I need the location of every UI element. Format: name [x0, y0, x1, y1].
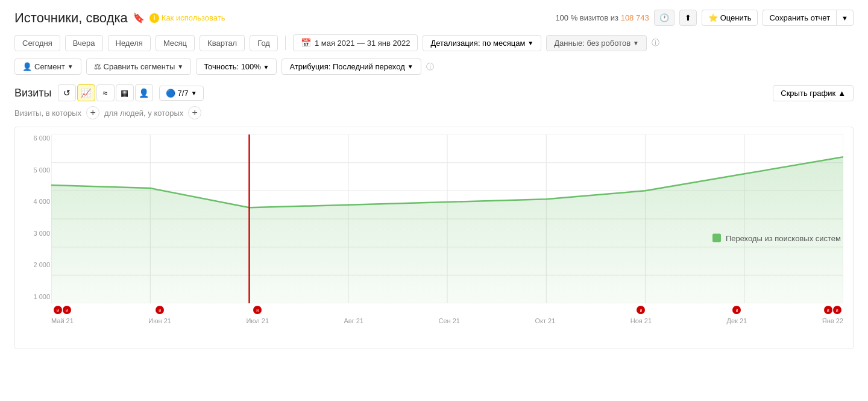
y-label-3000: 3 000 [21, 230, 50, 237]
chevron-down-icon: ▼ [527, 40, 533, 46]
x-label-may-text: Май 21 [51, 317, 74, 324]
x-label-jul-text: Июл 21 [246, 317, 269, 324]
y-label-5000: 5 000 [21, 166, 50, 174]
data-type-label: Данные: без роботов [554, 39, 631, 48]
metrics-label: 7/7 [178, 89, 189, 98]
event-marker-may1: и [54, 306, 62, 314]
x-label-aug: Авг 21 [344, 306, 363, 324]
x-label-dec-text: Дек 21 [727, 317, 747, 324]
x-label-oct: Окт 21 [535, 306, 555, 324]
event-marker-dec: и [732, 306, 741, 314]
save-dropdown-btn[interactable]: ▼ [836, 10, 854, 26]
for-people-label: для людей, у которых [104, 109, 183, 118]
refresh-chart-btn[interactable]: ↺ [58, 84, 76, 101]
chart-container: 6 000 5 000 4 000 3 000 2 000 1 000 [14, 127, 854, 349]
event-marker-jul: и [253, 306, 262, 314]
y-label-4000: 4 000 [21, 198, 50, 205]
visits-count-link[interactable]: 108 743 [621, 13, 649, 22]
y-label-1000: 1 000 [21, 293, 50, 300]
legend-color-box [712, 234, 721, 242]
week-btn[interactable]: Неделя [108, 35, 151, 51]
x-label-nov-text: Ноя 21 [631, 317, 652, 324]
x-label-may: и и Май 21 [51, 306, 74, 324]
segment-icon: 👤 [22, 62, 32, 71]
visits-section: Визиты ↺ 📈 ≈ ▦ 👤 🔵 7/7 ▼ Скрыть график ▲ [14, 84, 854, 349]
event-marker-jun: и [156, 306, 164, 314]
metrics-btn[interactable]: 🔵 7/7 ▼ [159, 86, 204, 101]
chevron-down-icon-3: ▼ [68, 63, 74, 70]
data-info-icon[interactable]: ⓘ [652, 37, 659, 48]
accuracy-label: Точность: 100% [204, 62, 261, 71]
bar-chart-btn[interactable]: ▦ [116, 84, 134, 101]
event-marker-jan2: и [833, 306, 841, 314]
year-btn[interactable]: Год [250, 35, 278, 51]
export-icon-btn[interactable]: ⬆ [679, 10, 697, 26]
hide-chart-btn[interactable]: Скрыть график ▲ [773, 85, 854, 101]
rate-label: Оценить [720, 13, 752, 22]
x-label-jan-text: Янв 22 [822, 317, 843, 324]
person-chart-btn[interactable]: 👤 [135, 84, 153, 101]
legend-label: Переходы из поисковых систем [726, 233, 841, 242]
data-type-btn[interactable]: Данные: без роботов ▼ [546, 35, 647, 51]
add-condition-btn[interactable]: + [86, 106, 99, 119]
page-title: Источники, сводка [14, 10, 128, 26]
detail-btn[interactable]: Детализация: по месяцам ▼ [423, 35, 541, 51]
date-range-btn[interactable]: 📅 1 мая 2021 — 31 янв 2022 [293, 34, 418, 51]
rate-button[interactable]: ⭐ Оценить [702, 10, 758, 26]
event-marker-nov: и [637, 306, 645, 314]
today-btn[interactable]: Сегодня [14, 35, 60, 51]
help-link[interactable]: i Как использовать [149, 13, 225, 23]
yesterday-btn[interactable]: Вчера [65, 35, 103, 51]
metrics-icon: 🔵 [166, 89, 175, 98]
x-label-sep: Сен 21 [438, 306, 459, 324]
chevron-down-icon-5: ▼ [263, 64, 269, 71]
compare-label: Сравнить сегменты [104, 62, 175, 71]
chart-legend: Переходы из поисковых систем [712, 233, 841, 242]
conditions-row: Визиты, в которых + для людей, у которых… [14, 106, 854, 119]
separator [285, 36, 286, 50]
x-axis: и и Май 21 и Июн 21 и Июл 21 Авг 21 [51, 306, 843, 324]
date-filter-row: Сегодня Вчера Неделя Месяц Квартал Год 📅… [14, 34, 854, 51]
compare-btn[interactable]: ⚖ Сравнить сегменты ▼ [86, 58, 192, 75]
add-people-condition-btn[interactable]: + [188, 106, 201, 119]
segment-label: Сегмент [34, 62, 65, 71]
chevron-down-icon-2: ▼ [633, 40, 639, 46]
segment-btn[interactable]: 👤 Сегмент ▼ [14, 58, 81, 75]
y-label-6000: 6 000 [21, 134, 50, 142]
visits-header: Визиты ↺ 📈 ≈ ▦ 👤 🔵 7/7 ▼ Скрыть график ▲ [14, 84, 854, 101]
event-marker-jan1: и [824, 306, 832, 314]
chevron-down-icon-7: ▼ [191, 90, 197, 96]
x-label-oct-text: Окт 21 [535, 317, 555, 324]
x-label-jan: и и Янв 22 [822, 306, 843, 324]
x-label-jun-text: Июн 21 [148, 317, 171, 324]
chart-svg [51, 134, 843, 303]
chart-type-buttons: ↺ 📈 ≈ ▦ 👤 [58, 84, 153, 101]
attribution-btn[interactable]: Атрибуция: Последний переход ▼ [281, 58, 421, 75]
filters-row: 👤 Сегмент ▼ ⚖ Сравнить сегменты ▼ Точнос… [14, 58, 854, 75]
x-label-nov: и Ноя 21 [631, 306, 652, 324]
help-text: Как использовать [162, 13, 225, 22]
bookmark-icon[interactable]: 🔖 [133, 12, 145, 24]
x-label-jun: и Июн 21 [148, 306, 171, 324]
chevron-down-icon-6: ▼ [407, 63, 414, 70]
line-chart-btn[interactable]: 📈 [77, 84, 95, 101]
rate-icon: ⭐ [708, 13, 718, 22]
accuracy-btn[interactable]: Точность: 100% ▼ [196, 58, 277, 75]
attribution-info-icon[interactable]: ⓘ [426, 62, 434, 72]
area-chart-btn[interactable]: ≈ [96, 84, 115, 101]
save-button[interactable]: Сохранить отчет [763, 10, 836, 26]
time-icon-btn[interactable]: 🕐 [654, 10, 675, 26]
hide-chart-label: Скрыть график [781, 89, 835, 98]
quarter-btn[interactable]: Квартал [200, 35, 245, 51]
event-marker-may2: и [63, 306, 71, 314]
calendar-icon: 📅 [301, 38, 311, 48]
chart-area [51, 134, 843, 303]
y-label-2000: 2 000 [21, 261, 50, 268]
month-btn[interactable]: Месяц [156, 35, 195, 51]
info-icon: i [149, 13, 159, 23]
detail-label: Детализация: по месяцам [430, 39, 525, 48]
visits-info: 100 % визитов из 108 743 [555, 13, 649, 22]
x-label-dec: и Дек 21 [727, 306, 747, 324]
chevron-down-icon-4: ▼ [177, 63, 183, 70]
y-axis: 6 000 5 000 4 000 3 000 2 000 1 000 [21, 134, 50, 324]
